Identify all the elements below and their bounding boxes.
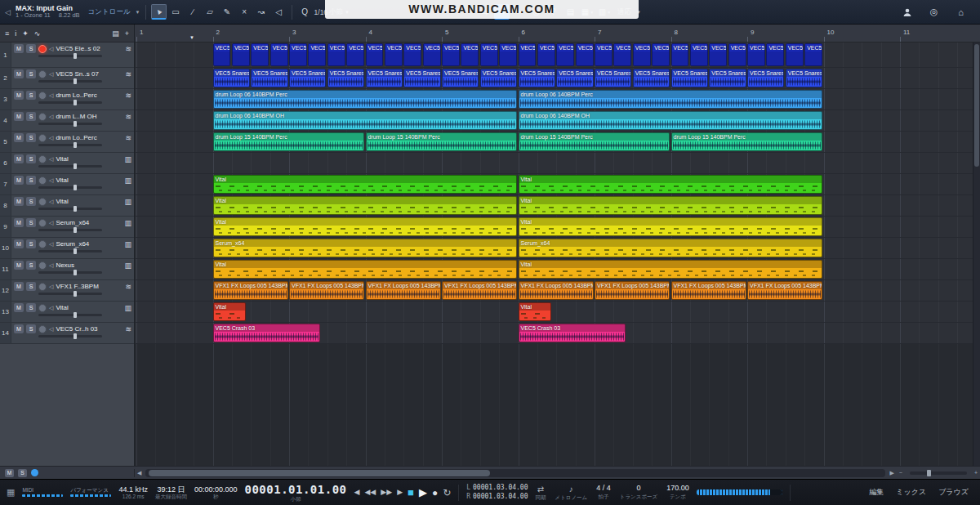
mute-button[interactable]: M <box>14 91 24 100</box>
monitor-icon[interactable]: ◁ <box>49 156 53 163</box>
global-solo-button[interactable]: S <box>18 469 27 477</box>
layout-icon[interactable]: ▤ <box>112 29 119 38</box>
clip[interactable]: drum Loop 06 140BPM Perc <box>519 90 823 109</box>
solo-button[interactable]: S <box>26 154 36 163</box>
clip[interactable]: VEC5 Crash 03 <box>213 324 320 342</box>
volume-slider[interactable] <box>38 293 102 295</box>
solo-button[interactable]: S <box>26 197 36 206</box>
clip[interactable]: VFX1 FX Loops 005 143BPM <box>442 281 517 300</box>
record-arm-button[interactable] <box>38 325 47 333</box>
clip[interactable]: VEC5 <box>385 43 403 66</box>
transport-grid-icon[interactable]: ▦ <box>7 487 15 498</box>
clip[interactable]: drum Loop 15 140BPM Perc <box>671 132 823 151</box>
clip[interactable]: VEC5 <box>786 43 804 66</box>
mute-button[interactable]: M <box>14 112 24 121</box>
stop-button[interactable]: ■ <box>408 487 414 498</box>
monitor-icon[interactable]: ◁ <box>49 326 53 333</box>
mute-button[interactable]: M <box>14 218 24 227</box>
clip[interactable]: VEC5 <box>270 43 288 66</box>
horizontal-scrollbar[interactable] <box>145 469 885 477</box>
monitor-icon[interactable]: ◁ <box>49 220 53 226</box>
clip[interactable]: VEC5 Snares <box>327 69 364 87</box>
mute-button[interactable]: M <box>14 282 24 291</box>
clip[interactable]: VEC5 <box>690 43 708 66</box>
clip[interactable]: VEC5 Snares <box>213 69 250 87</box>
monitor-icon[interactable]: ◁ <box>49 241 53 248</box>
clip[interactable]: Vital <box>213 196 518 215</box>
record-arm-button[interactable] <box>38 219 47 227</box>
volume-slider[interactable] <box>38 123 102 125</box>
scroll-left-icon[interactable]: ◀ <box>135 470 144 476</box>
record-arm-button[interactable] <box>38 304 47 312</box>
zoom-in-icon[interactable]: + <box>972 470 980 476</box>
clip[interactable]: Vital <box>519 175 823 194</box>
mute-button[interactable]: M <box>14 176 24 185</box>
record-arm-button[interactable] <box>38 70 47 78</box>
solo-button[interactable]: S <box>26 261 36 270</box>
quantize-icon[interactable]: Q <box>297 4 313 20</box>
clip[interactable]: VEC5 <box>289 43 307 66</box>
clip[interactable]: Serum_x64 <box>213 239 518 257</box>
monitor-icon[interactable]: ◁ <box>49 114 53 120</box>
clip[interactable]: VFX1 FX Loops 005 143BPM <box>289 281 364 300</box>
metronome-field[interactable]: ♪メトロノーム <box>555 485 587 500</box>
record-arm-button[interactable] <box>38 92 47 100</box>
clip[interactable]: Vital <box>213 302 247 321</box>
eraser-tool-icon[interactable]: ▱ <box>203 4 218 20</box>
clip[interactable]: VEC5 <box>346 43 364 66</box>
mix-view-button[interactable]: ミックス <box>896 487 926 498</box>
record-arm-button[interactable] <box>38 261 47 270</box>
clip[interactable]: VEC5 <box>671 43 689 66</box>
volume-slider[interactable] <box>38 55 102 57</box>
solo-button[interactable]: S <box>26 133 36 142</box>
zoom-slider[interactable] <box>910 471 967 475</box>
record-arm-button[interactable] <box>38 113 47 121</box>
listen-tool-icon[interactable]: ◁ <box>271 4 287 20</box>
range-tool-icon[interactable]: ▭ <box>168 4 184 20</box>
clip[interactable]: VFX1 FX Loops 005 143BPM <box>366 281 441 300</box>
zoom-slider-thumb[interactable] <box>927 470 931 476</box>
loop-button[interactable]: ↻ <box>443 488 451 498</box>
arrow-tool-icon[interactable]: ▲ <box>151 4 167 20</box>
clip[interactable]: VEC5 <box>423 43 441 66</box>
volume-slider[interactable] <box>38 165 102 168</box>
clip[interactable]: VFX1 FX Loops 005 143BPM <box>519 281 594 300</box>
clip[interactable]: VEC5 Snares <box>366 69 403 87</box>
mute-button[interactable]: M <box>14 44 24 53</box>
clip[interactable]: VEC5 <box>308 43 326 66</box>
volume-slider[interactable] <box>38 250 102 252</box>
to-end-button[interactable]: ▶ <box>397 489 403 496</box>
volume-slider[interactable] <box>38 229 102 231</box>
tempo-field[interactable]: 170.00テンポ <box>666 485 689 499</box>
volume-slider[interactable] <box>38 208 102 210</box>
rewind-button[interactable]: ◀◀ <box>364 489 376 496</box>
clip[interactable]: VEC5 <box>595 43 612 66</box>
seconds-time-cell[interactable]: 00:00:00.000 秒 <box>194 485 238 500</box>
clip[interactable]: VEC5 <box>804 43 822 66</box>
clip[interactable]: VEC5 <box>403 43 421 66</box>
add-track-icon[interactable]: + <box>125 29 129 38</box>
solo-button[interactable]: S <box>26 282 36 291</box>
solo-button[interactable]: S <box>26 112 36 121</box>
clip[interactable]: VEC5 <box>613 43 631 66</box>
mute-button[interactable]: M <box>14 261 24 270</box>
timeline-ruler[interactable]: ▼ 1234567891011 <box>135 25 980 42</box>
paint-tool-icon[interactable]: ✎ <box>220 4 235 20</box>
zoom-out-icon[interactable]: − <box>897 470 905 476</box>
solo-button[interactable]: S <box>26 324 36 333</box>
monitor-icon[interactable]: ◁ <box>49 177 53 184</box>
chevron-down-icon[interactable]: ▼ <box>136 10 140 15</box>
vertical-scrollbar[interactable] <box>973 42 980 466</box>
automation-icon[interactable]: ∿ <box>34 29 41 38</box>
clip[interactable]: VEC5 Snares <box>747 69 784 87</box>
mute-button[interactable]: M <box>14 239 24 248</box>
clip[interactable]: VEC5 <box>232 43 250 66</box>
clip[interactable]: VEC5 Snares <box>289 69 326 87</box>
volume-slider[interactable] <box>38 144 102 146</box>
browse-view-button[interactable]: ブラウズ <box>938 487 969 498</box>
home-icon[interactable]: ⌂ <box>953 4 969 20</box>
mute-button[interactable]: M <box>14 154 24 163</box>
monitor-icon[interactable]: ◁ <box>49 305 53 311</box>
clip[interactable]: Vital <box>519 302 552 321</box>
monitor-icon[interactable]: ◁ <box>49 71 53 78</box>
